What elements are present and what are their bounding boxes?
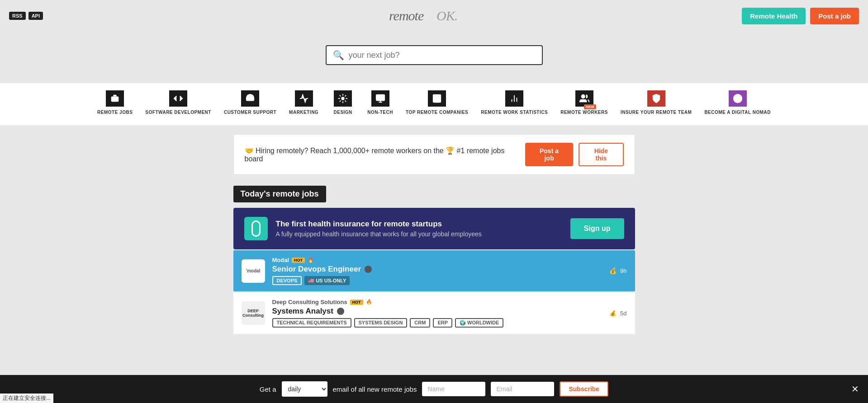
job-card[interactable]: 'modal Modal HOT 🔥 Senior Devops Enginee… xyxy=(233,250,635,291)
job-meta: 💰 5d xyxy=(609,310,626,317)
category-label: REMOTE WORKERS xyxy=(560,109,608,115)
sidebar-item-software-development[interactable]: SOFTWARE DEVELOPMENT xyxy=(139,88,218,118)
job-info: Deep Consulting Solutions HOT 🔥 Systems … xyxy=(272,299,602,328)
company-name: Deep Consulting Solutions xyxy=(272,299,347,305)
job-title: Senior Devops Engineer xyxy=(272,265,602,274)
job-title-text: Senior Devops Engineer xyxy=(272,265,361,274)
category-label: MARKETING xyxy=(289,109,318,115)
new-indicator xyxy=(365,266,372,273)
job-tag: DEVOPS xyxy=(272,276,302,285)
sidebar-item-insure-remote-team[interactable]: INSURE YOUR REMOTE TEAM xyxy=(614,88,698,118)
sidebar-item-marketing[interactable]: MARKETING xyxy=(283,88,325,118)
job-logo-text: 'modal xyxy=(245,267,261,274)
signup-button[interactable]: Sign up xyxy=(570,218,624,239)
new-indicator xyxy=(337,308,344,315)
job-company: Modal HOT 🔥 xyxy=(272,257,602,263)
hiring-banner: 🤝 Hiring remotely? Reach 1,000,000+ remo… xyxy=(233,134,635,175)
job-meta: 💰 9h xyxy=(609,267,626,274)
post-job-header-button[interactable]: Post a job xyxy=(810,8,859,24)
time-ago: 9h xyxy=(620,267,626,274)
promo-subtitle: A fully equipped health insurance that w… xyxy=(276,230,562,238)
hot-badge: HOT xyxy=(292,258,305,263)
header-badges: RSS API xyxy=(9,12,43,20)
time-ago: 5d xyxy=(620,310,626,317)
promo-title: The first health insurance for remote st… xyxy=(276,220,562,229)
nomad-icon xyxy=(729,90,747,107)
api-button[interactable]: API xyxy=(28,12,43,20)
header-actions: Remote Health Post a job xyxy=(742,8,859,24)
remote-health-button[interactable]: Remote Health xyxy=(742,8,806,24)
sidebar-item-customer-support[interactable]: CUSTOMER SUPPORT xyxy=(218,88,283,118)
category-label: NON-TECH xyxy=(367,109,393,115)
sidebar-item-become-digital-nomad[interactable]: BECOME A DIGITAL NOMAD xyxy=(698,88,777,118)
company-name: Modal xyxy=(272,257,289,263)
job-title: Systems Analyst xyxy=(272,307,602,316)
search-bar: 🔍 xyxy=(326,45,543,65)
headset-icon xyxy=(241,90,259,107)
header: RSS API remote OK. Remote Health Post a … xyxy=(0,0,868,32)
logo-svg: remote OK. xyxy=(389,5,479,24)
category-label: REMOTE JOBS xyxy=(97,109,133,115)
promo-text: The first health insurance for remote st… xyxy=(276,220,562,238)
category-label: SOFTWARE DEVELOPMENT xyxy=(145,109,211,115)
category-label: TOP REMOTE COMPANIES xyxy=(406,109,468,115)
category-label: BECOME A DIGITAL NOMAD xyxy=(704,109,771,115)
svg-point-5 xyxy=(342,97,344,100)
insure-icon xyxy=(647,90,665,107)
marketing-icon xyxy=(295,90,313,107)
jobs-list: The first health insurance for remote st… xyxy=(233,208,635,334)
location-tag: 🌍 WORLDWIDE xyxy=(455,318,503,328)
job-card[interactable]: DEEPConsulting Deep Consulting Solutions… xyxy=(233,292,635,334)
hide-banner-button[interactable]: Hide this xyxy=(579,143,623,166)
hero-section: 🔍 xyxy=(0,32,868,83)
new-badge: NEW xyxy=(584,104,596,109)
search-icon: 🔍 xyxy=(333,50,344,61)
job-tags: TECHNICAL REQUIREMENTS SYSTEMS DESIGN CR… xyxy=(272,318,602,328)
hot-emoji: 🔥 xyxy=(366,299,372,305)
job-logo: DEEPConsulting xyxy=(242,301,265,325)
sidebar-item-design[interactable]: DESIGN xyxy=(325,88,361,118)
hiring-banner-text: 🤝 Hiring remotely? Reach 1,000,000+ remo… xyxy=(245,146,525,163)
hot-emoji: 🔥 xyxy=(308,257,314,263)
code-icon xyxy=(169,90,187,107)
job-tag: TECHNICAL REQUIREMENTS xyxy=(272,318,351,328)
category-label: REMOTE WORK STATISTICS xyxy=(481,109,548,115)
stats-icon xyxy=(505,90,523,107)
promo-logo xyxy=(244,217,268,240)
job-title-text: Systems Analyst xyxy=(272,307,333,316)
job-company: Deep Consulting Solutions HOT 🔥 xyxy=(272,299,602,305)
job-tag: ERP xyxy=(433,318,452,328)
category-label: DESIGN xyxy=(333,109,352,115)
sidebar-item-remote-workers[interactable]: NEW REMOTE WORKERS xyxy=(554,88,614,118)
section-title: Today's remote jobs xyxy=(233,186,326,202)
job-logo-text: DEEPConsulting xyxy=(242,308,265,319)
salary-icon: 💰 xyxy=(609,310,617,317)
sidebar-item-remote-jobs[interactable]: REMOTE JOBS xyxy=(91,88,139,118)
sidebar-item-non-tech[interactable]: NON-TECH xyxy=(361,88,399,118)
sidebar-item-remote-work-statistics[interactable]: REMOTE WORK STATISTICS xyxy=(474,88,554,118)
category-label: INSURE YOUR REMOTE TEAM xyxy=(621,109,692,115)
design-icon xyxy=(334,90,352,107)
job-info: Modal HOT 🔥 Senior Devops Engineer DEVOP… xyxy=(272,257,602,285)
job-tags: DEVOPS 🇺🇸 US US-ONLY xyxy=(272,276,602,285)
salary-icon: 💰 xyxy=(609,267,617,274)
svg-rect-6 xyxy=(376,95,384,101)
main-content: 🤝 Hiring remotely? Reach 1,000,000+ remo… xyxy=(226,125,642,344)
promo-card[interactable]: The first health insurance for remote st… xyxy=(233,208,635,249)
workers-icon: NEW xyxy=(575,90,593,107)
search-input[interactable] xyxy=(349,51,536,60)
svg-text:remote: remote xyxy=(389,8,424,23)
site-logo[interactable]: remote OK. xyxy=(389,5,479,27)
job-logo: 'modal xyxy=(242,259,265,283)
svg-text:OK.: OK. xyxy=(436,8,457,23)
category-nav: REMOTE JOBS SOFTWARE DEVELOPMENT CUSTOME… xyxy=(0,83,868,125)
briefcase-icon xyxy=(106,90,124,107)
sidebar-item-top-remote-companies[interactable]: TOP REMOTE COMPANIES xyxy=(399,88,474,118)
svg-point-13 xyxy=(581,95,584,98)
rss-button[interactable]: RSS xyxy=(9,12,26,20)
hot-badge: HOT xyxy=(350,300,363,305)
hiring-banner-actions: Post a job Hide this xyxy=(525,143,624,166)
nontech-icon xyxy=(371,90,389,107)
post-job-banner-button[interactable]: Post a job xyxy=(525,143,574,166)
job-tag: CRM xyxy=(410,318,430,328)
